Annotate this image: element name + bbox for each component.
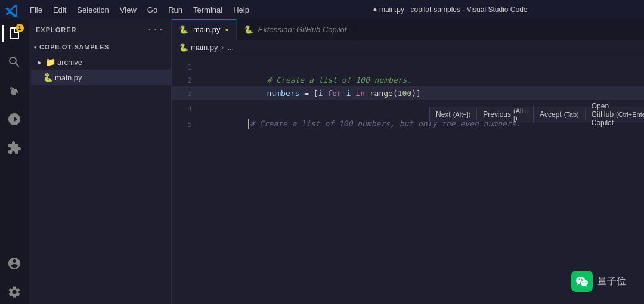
var-numbers: numbers [248, 89, 299, 98]
suggestion-accept-btn[interactable]: Accept (Tab) [534, 108, 586, 120]
breadcrumb-path: ... [227, 43, 234, 52]
menu-view[interactable]: View [115, 4, 141, 15]
prev-shortcut: (Alt+[) [513, 107, 527, 122]
kw-in: in [355, 89, 365, 98]
activity-bar: 1 [0, 19, 29, 304]
tab-extension-label: Extension: GitHub Copilot [258, 25, 347, 34]
window-title: ● main.py - copilot-samples - Visual Stu… [261, 5, 639, 14]
menu-file[interactable]: File [25, 4, 47, 15]
explorer-section[interactable]: ▾ COPILOT-SAMPLES [29, 40, 171, 54]
sidebar-title: Explorer [36, 26, 77, 33]
activity-accounts[interactable] [2, 252, 26, 275]
python-file-icon: 🐍 [43, 73, 52, 82]
inline-suggestion-bar: Next (Alt+]) Previous (Alt+[) Accept (Ta… [429, 107, 644, 122]
accept-label: Accept [540, 110, 562, 119]
code-editor[interactable]: 1 2 # Create a list of 100 numbers. 3 nu… [172, 55, 644, 304]
line-num-2: 2 [172, 76, 202, 85]
cursor [248, 119, 249, 129]
next-shortcut: (Alt+]) [453, 111, 471, 118]
next-label: Next [436, 110, 451, 119]
menu-help[interactable]: Help [228, 4, 254, 15]
section-title: COPILOT-SAMPLES [39, 44, 109, 51]
accept-shortcut: (Tab) [564, 111, 579, 118]
num-100: 100 [398, 89, 411, 98]
title-bar: File Edit Selection View Go Run Terminal… [0, 0, 644, 19]
activity-search[interactable] [2, 50, 26, 74]
wechat-icon [571, 271, 593, 292]
line-num-1: 1 [172, 63, 202, 72]
file-main-py[interactable]: 🐍 main.py [31, 70, 171, 85]
section-chevron-icon: ▾ [33, 44, 37, 51]
line-num-3: 3 [172, 89, 202, 98]
tab-extension-icon: 🐍 [244, 25, 253, 34]
folder-icon: 📁 [45, 57, 55, 67]
breadcrumb-file[interactable]: main.py [191, 43, 218, 52]
folder-label: archive [57, 58, 82, 67]
activity-extensions[interactable] [2, 136, 26, 160]
file-tree: ▶ 📁 archive 🐍 main.py [29, 54, 171, 85]
folder-chevron-icon: ▶ [38, 59, 42, 66]
suggestion-next-btn[interactable]: Next (Alt+]) [430, 108, 477, 120]
editor-area: 🐍 main.py ● 🐍 Extension: GitHub Copilot … [172, 19, 644, 304]
activity-source-control[interactable] [2, 79, 26, 103]
watermark: 量子位 [571, 271, 626, 292]
tab-python-icon: 🐍 [179, 25, 188, 34]
prev-label: Previous [483, 110, 511, 119]
kw-for: for [327, 89, 341, 98]
watermark-text: 量子位 [597, 275, 626, 288]
menu-go[interactable]: Go [143, 4, 162, 15]
menu-edit[interactable]: Edit [48, 4, 71, 15]
menu-selection[interactable]: Selection [72, 4, 113, 15]
sidebar: Explorer ··· ▾ COPILOT-SAMPLES ▶ 📁 archi… [29, 19, 172, 304]
explorer-badge: 1 [16, 24, 24, 32]
line-num-5: 5 [172, 120, 202, 129]
vscode-logo [5, 2, 18, 17]
open-shortcut: (Ctrl+Enter) [616, 111, 644, 118]
activity-run[interactable] [2, 107, 26, 131]
folder-archive[interactable]: ▶ 📁 archive [31, 54, 171, 70]
line-content-3: numbers = [i for i in range(100)] [202, 80, 421, 107]
file-label: main.py [55, 73, 82, 82]
breadcrumb: 🐍 main.py › ... [172, 40, 644, 55]
breadcrumb-file-icon: 🐍 [179, 43, 188, 52]
func-range: range [370, 89, 393, 98]
menu-bar: File Edit Selection View Go Run Terminal… [25, 4, 254, 15]
assign-op: = [ [299, 89, 318, 98]
menu-run[interactable]: Run [163, 4, 187, 15]
tab-main-py[interactable]: 🐍 main.py ● [172, 19, 237, 40]
tab-github-copilot[interactable]: 🐍 Extension: GitHub Copilot [237, 19, 355, 40]
sidebar-header: Explorer ··· [29, 19, 171, 40]
tab-modified-dot: ● [225, 26, 229, 33]
tab-main-py-label: main.py [193, 25, 221, 34]
breadcrumb-separator: › [221, 43, 225, 52]
activity-settings[interactable] [2, 280, 26, 304]
menu-terminal[interactable]: Terminal [188, 4, 227, 15]
kw-i1: i [318, 89, 323, 98]
suggestion-previous-btn[interactable]: Previous (Alt+[) [477, 106, 534, 123]
tab-bar: 🐍 main.py ● 🐍 Extension: GitHub Copilot [172, 19, 644, 40]
sidebar-more-button[interactable]: ··· [147, 24, 164, 35]
open-label: Open GitHub Copilot [592, 102, 614, 127]
line-num-4: 4 [172, 104, 202, 113]
code-line-3: 3 numbers = [i for i in range(100)] [172, 86, 644, 100]
suggestion-open-btn[interactable]: Open GitHub Copilot (Ctrl+Enter) [586, 100, 644, 129]
activity-explorer[interactable]: 1 [2, 21, 26, 45]
